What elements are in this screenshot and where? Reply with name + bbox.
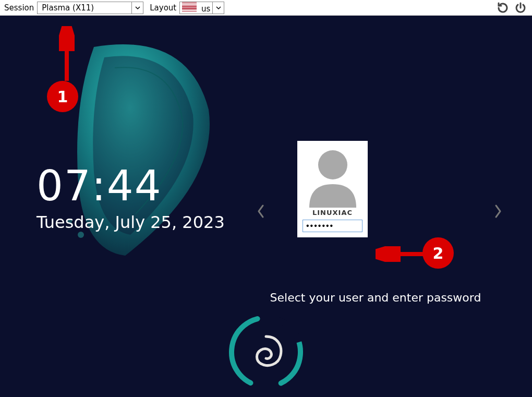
prev-user-button[interactable] (253, 198, 269, 224)
clock-block: 07:44 Tuesday, July 25, 2023 (37, 162, 225, 232)
chevron-down-icon (131, 2, 143, 14)
session-value: Plasma (X11) (38, 3, 131, 13)
svg-point-3 (318, 150, 347, 179)
annotation-badge-2: 2 (422, 237, 454, 269)
debian-spinner-icon (224, 310, 308, 394)
power-button[interactable] (513, 1, 528, 15)
login-screen: 07:44 Tuesday, July 25, 2023 LINUXIAC Se… (0, 16, 532, 397)
next-user-button[interactable] (490, 198, 506, 224)
top-bar: Session Plasma (X11) Layout us (0, 0, 532, 16)
login-hint: Select your user and enter password (0, 291, 532, 304)
chevron-down-icon (212, 2, 224, 14)
svg-point-5 (224, 310, 308, 394)
annotation-arrow-2 (376, 246, 428, 262)
annotation-arrow-1 (59, 26, 75, 83)
clock-time: 07:44 (37, 162, 225, 210)
layout-dropdown[interactable]: us (179, 2, 224, 14)
us-flag-icon (182, 2, 197, 11)
svg-point-4 (224, 310, 308, 394)
session-dropdown[interactable]: Plasma (X11) (37, 2, 143, 14)
clock-date: Tuesday, July 25, 2023 (37, 212, 225, 232)
layout-value: us (180, 2, 212, 14)
annotation-badge-1: 1 (47, 81, 78, 112)
user-card[interactable]: LINUXIAC (297, 141, 368, 237)
layout-label: Layout (150, 3, 176, 13)
avatar-icon (304, 145, 361, 208)
session-label: Session (4, 3, 34, 13)
username-label: LINUXIAC (312, 209, 353, 216)
svg-point-1 (78, 232, 84, 238)
password-input[interactable] (303, 220, 362, 232)
restart-button[interactable] (495, 1, 510, 15)
